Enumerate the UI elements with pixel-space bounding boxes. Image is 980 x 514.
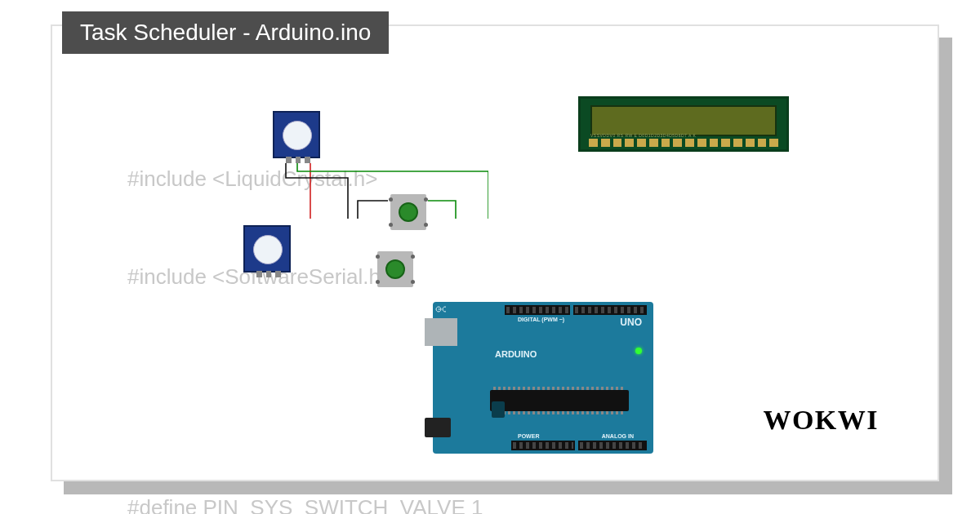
arduino-brand: ARDUINO <box>495 349 537 359</box>
component-lcd: VSSVDDV0 RS RW E D0D1D2D3D4D5D6D7 A K <box>578 96 789 152</box>
arduino-digital-label: DIGITAL (PWM ~) <box>518 317 564 322</box>
project-title: Task Scheduler - Arduino.ino <box>80 20 371 45</box>
code-line: #define PIN_SYS_SWITCH_VALVE 1 <box>127 491 504 514</box>
component-arduino-uno: ARDUINO UNO DIGITAL (PWM ~) POWER ANALOG… <box>433 302 653 454</box>
component-button-bot <box>377 251 413 287</box>
component-pir-bot <box>243 225 291 273</box>
arduino-model: UNO <box>620 317 642 328</box>
brand-logo: WOKWI <box>763 405 879 436</box>
preview-card: #include <LiquidCrystal.h> #include <Sof… <box>51 24 939 481</box>
wires <box>243 96 488 219</box>
circuit-diagram: VSSVDDV0 RS RW E D0D1D2D3D4D5D6D7 A K <box>243 96 831 472</box>
title-bar: Task Scheduler - Arduino.ino <box>62 11 389 54</box>
arduino-analog-label: ANALOG IN <box>602 433 634 439</box>
arduino-power-label: POWER <box>518 433 539 439</box>
lcd-pin-labels: VSSVDDV0 RS RW E D0D1D2D3D4D5D6D7 A K <box>590 133 777 138</box>
